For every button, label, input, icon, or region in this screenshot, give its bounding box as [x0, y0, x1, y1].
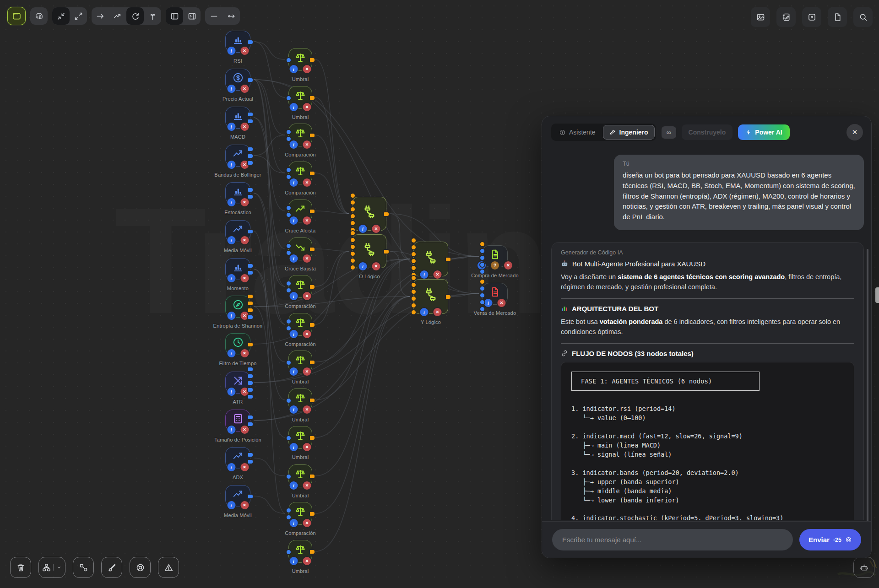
output-port[interactable] — [309, 360, 315, 365]
input-port[interactable] — [286, 318, 292, 324]
tab-asistente[interactable]: Asistente — [553, 125, 602, 140]
input-port[interactable] — [350, 258, 356, 264]
node-info-button[interactable]: i — [226, 273, 236, 283]
node-l7[interactable]: i✕Momento — [225, 258, 250, 280]
tab-ingeniero[interactable]: Ingeniero — [603, 125, 655, 140]
input-port[interactable] — [479, 299, 485, 305]
output-port[interactable] — [247, 229, 254, 234]
arrow-straight-button[interactable] — [92, 7, 109, 25]
input-port[interactable] — [411, 309, 417, 315]
node-delete-button[interactable]: ✕ — [433, 270, 443, 280]
node-l11[interactable]: i✕Tamaño de Posición — [225, 410, 250, 432]
output-port[interactable] — [247, 263, 254, 269]
frame-button[interactable] — [802, 7, 821, 27]
input-port[interactable] — [286, 243, 292, 249]
node-y2[interactable]: i✕Y Lógico — [413, 279, 448, 314]
node-delete-button[interactable]: ✕ — [302, 64, 312, 74]
power-ai-button[interactable]: Power AI — [738, 124, 789, 140]
node-m7[interactable]: i✕Comparación — [288, 275, 312, 298]
trash-button[interactable] — [10, 557, 31, 578]
input-port[interactable] — [286, 212, 292, 218]
node-delete-button[interactable]: ✕ — [371, 261, 381, 271]
input-port[interactable] — [411, 251, 417, 257]
node-delete-button[interactable]: ✕ — [302, 140, 312, 150]
node-m3[interactable]: i✕Comparación — [288, 124, 312, 146]
send-button[interactable]: Enviar -25 — [799, 529, 861, 550]
message-list[interactable]: Tú diseña un bot para bot pensado para X… — [551, 147, 864, 520]
fingerprint-button[interactable] — [30, 7, 48, 25]
input-port[interactable] — [286, 474, 292, 480]
input-port[interactable] — [479, 262, 485, 268]
node-info-button[interactable]: i — [289, 102, 299, 112]
node-l5[interactable]: i✕Estocástico — [225, 182, 250, 204]
output-port[interactable] — [247, 373, 254, 379]
input-port[interactable] — [350, 213, 356, 219]
output-port[interactable] — [309, 284, 315, 290]
output-port[interactable] — [309, 209, 315, 214]
input-port[interactable] — [479, 248, 485, 254]
input-port[interactable] — [411, 237, 417, 243]
input-port[interactable] — [286, 287, 292, 293]
output-port[interactable] — [247, 342, 254, 347]
output-port[interactable] — [247, 387, 254, 393]
node-m1[interactable]: i✕Umbral — [288, 48, 312, 71]
link-nodes-button[interactable] — [73, 557, 94, 578]
output-port[interactable] — [247, 160, 254, 166]
input-port[interactable] — [479, 255, 485, 261]
image-button[interactable] — [751, 7, 770, 27]
output-port[interactable] — [247, 119, 254, 124]
message-input[interactable] — [552, 529, 793, 550]
node-delete-button[interactable]: ✕ — [302, 291, 312, 301]
output-port[interactable] — [445, 257, 451, 262]
node-info-button[interactable]: i — [226, 197, 236, 207]
input-port[interactable] — [350, 206, 356, 212]
warning-button[interactable] — [158, 557, 179, 578]
input-port[interactable] — [350, 230, 356, 236]
node-m9[interactable]: i✕Umbral — [288, 351, 312, 373]
node-info-button[interactable]: i — [226, 425, 236, 435]
output-port[interactable] — [247, 415, 254, 420]
node-m4[interactable]: i✕Comparación — [288, 162, 312, 184]
input-port[interactable] — [286, 95, 292, 101]
node-l2[interactable]: i✕Precio Actual — [225, 69, 250, 91]
node-m5[interactable]: i✕Cruce Alcista — [288, 200, 312, 222]
output-port[interactable] — [383, 211, 390, 217]
input-port[interactable] — [411, 289, 417, 295]
lifebuoy-button[interactable] — [130, 557, 151, 578]
node-info-button[interactable]: i — [358, 261, 368, 271]
node-o1[interactable]: i✕ — [353, 197, 386, 231]
output-port[interactable] — [309, 171, 315, 176]
node-l4[interactable]: i✕Bandas de Bollinger — [225, 145, 250, 167]
output-port[interactable] — [309, 474, 315, 479]
node-delete-button[interactable]: ✕ — [503, 260, 513, 270]
output-port[interactable] — [247, 270, 254, 275]
tree-button[interactable] — [38, 557, 65, 578]
input-port[interactable] — [350, 193, 356, 199]
node-delete-button[interactable]: ✕ — [302, 329, 312, 339]
output-port[interactable] — [247, 112, 254, 117]
minus-button[interactable] — [205, 7, 222, 25]
input-port[interactable] — [286, 360, 292, 366]
scrollbar[interactable] — [867, 249, 868, 523]
robot-button[interactable] — [853, 557, 874, 578]
node-info-button[interactable]: i — [419, 307, 429, 317]
input-port[interactable] — [286, 398, 292, 404]
node-m8[interactable]: i✕Comparación — [288, 313, 312, 336]
output-port[interactable] — [309, 549, 315, 555]
brush-button[interactable] — [101, 557, 122, 578]
node-info-button[interactable]: i — [226, 500, 236, 510]
output-port[interactable] — [247, 459, 254, 464]
node-delete-button[interactable]: ✕ — [239, 235, 250, 245]
input-port[interactable] — [350, 220, 356, 226]
input-port[interactable] — [286, 549, 292, 555]
output-port[interactable] — [247, 77, 254, 83]
output-port[interactable] — [247, 307, 254, 313]
node-info-button[interactable]: i — [226, 462, 236, 472]
input-port[interactable] — [411, 244, 417, 250]
window-button[interactable] — [7, 7, 26, 25]
output-port[interactable] — [247, 494, 254, 499]
node-delete-button[interactable]: ✕ — [302, 367, 312, 377]
node-info-button[interactable]: i — [289, 64, 299, 74]
node-delete-button[interactable]: ✕ — [239, 84, 250, 94]
input-port[interactable] — [411, 296, 417, 302]
